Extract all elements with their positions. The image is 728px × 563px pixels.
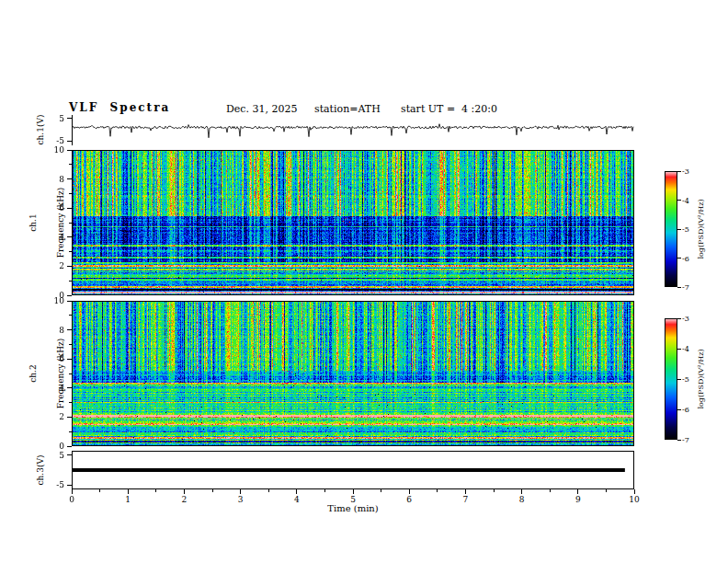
tick-label: -3 [682,315,697,323]
figure-title: VLF Spectra [69,101,170,114]
tick-mark [155,489,156,492]
tick-mark [67,141,72,142]
tick-mark [69,373,72,374]
tick-mark [67,236,72,237]
tick-mark [67,150,72,151]
tick-mark [521,489,522,494]
tick-mark [67,387,72,388]
tick-mark [69,281,72,282]
tick-label: -3 [682,167,697,176]
tick-mark [634,489,635,494]
tick-mark [69,164,72,165]
tick-label: -4 [682,197,697,205]
tick-label: 6 [45,203,64,213]
tick-mark [184,489,185,494]
tick-label: 7 [458,495,472,504]
tick-mark [677,318,681,319]
tick-label: 4 [290,495,304,504]
ch1-spectrogram-panel [72,150,634,295]
tick-mark [69,402,72,403]
tick-label: 9 [571,495,586,504]
tick-label: -7 [682,283,697,292]
colorbar2-label: log(PSD)(V²/Hz) [697,349,705,408]
ch1-waveform-canvas [72,115,634,144]
tick-mark [69,223,72,224]
tick-mark [268,489,269,492]
tick-mark [677,200,681,201]
vlf-spectra-figure: VLF Spectra Dec. 31, 2025 station=ATH st… [0,0,728,563]
tick-mark [67,359,72,360]
tick-label: 8 [45,175,64,184]
tick-mark [677,171,681,172]
tick-mark [67,417,72,418]
tick-mark [677,287,681,288]
tick-mark [69,193,72,194]
tick-mark [67,329,72,330]
tick-mark [72,489,73,494]
ch3-waveform-panel [72,451,634,489]
tick-label: -5 [682,375,697,384]
tick-mark [67,301,72,302]
station-label: station=ATH [314,103,381,115]
tick-mark [677,409,681,410]
tick-mark [69,344,72,345]
tick-mark [69,251,72,252]
axis-label-line: ch.2 [28,339,38,409]
ch2-spectrogram-canvas [73,302,633,445]
ch1-spectrogram-canvas [73,151,633,294]
colorbar1-canvas [665,172,677,286]
tick-mark [67,454,72,455]
colorbar2-canvas [665,319,677,439]
tick-label: 0 [64,495,79,504]
tick-mark [677,440,681,441]
tick-mark [128,489,129,494]
tick-mark [677,258,681,259]
tick-mark [67,118,72,119]
tick-mark [606,489,607,492]
tick-label: 3 [233,495,248,504]
tick-mark [437,489,438,492]
tick-mark [409,489,410,494]
tick-mark [577,489,578,494]
tick-label: 4 [45,384,64,393]
axis-label-line: Frequency (kHz) [56,339,65,409]
tick-label: 2 [45,261,64,270]
tick-label: -7 [682,436,697,444]
tick-label: 5 [43,451,64,460]
tick-mark [465,489,466,494]
tick-mark [677,229,681,230]
tick-mark [677,349,681,350]
axis-label-line: ch.1 [28,188,38,259]
tick-label: -5 [43,480,64,489]
tick-label: -4 [682,345,697,353]
tick-label: 2 [45,412,64,421]
tick-mark [67,446,72,447]
tick-mark [677,379,681,380]
tick-label: 10 [45,145,64,155]
tick-label: 10 [627,495,642,504]
tick-label: 1 [120,495,135,504]
colorbar1 [665,171,677,287]
tick-label: 6 [402,495,416,504]
start-ut-label: start UT = 4 :20:0 [401,103,497,115]
tick-mark [67,266,72,267]
tick-mark [67,295,72,296]
tick-label: -5 [682,225,697,234]
tick-label: 2 [176,495,191,504]
tick-mark [69,431,72,432]
ch3-waveform-canvas [73,452,633,488]
ch1-waveform-panel [72,115,634,144]
tick-mark [67,208,72,209]
tick-label: 8 [515,495,529,504]
tick-mark [212,489,213,492]
ch2-spectrogram-panel [72,301,634,446]
tick-label: 4 [45,233,64,242]
tick-mark [353,489,354,494]
tick-label: 0 [45,442,64,451]
tick-label: 10 [45,296,64,305]
tick-label: 5 [43,114,64,123]
tick-label: -6 [682,406,697,414]
tick-mark [381,489,381,492]
tick-label: 8 [45,326,64,335]
tick-label: -6 [682,255,697,263]
